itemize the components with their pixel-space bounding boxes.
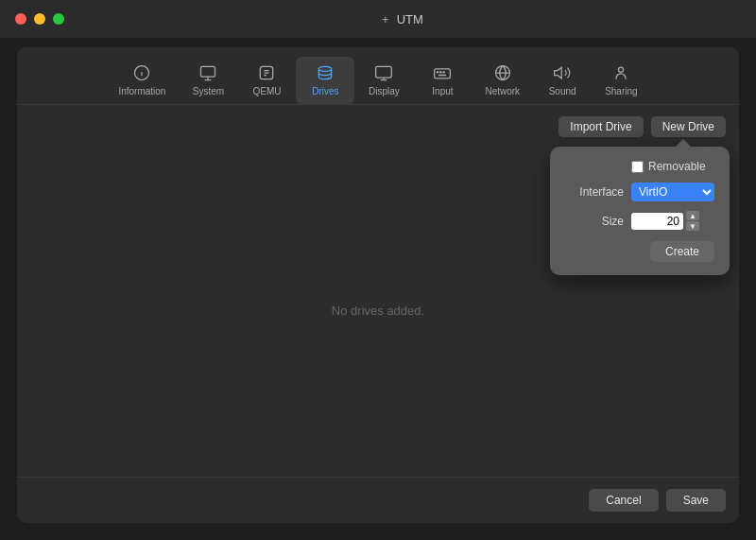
close-button[interactable]: [15, 13, 26, 25]
information-icon: [131, 62, 152, 83]
new-drive-popover: Removable Interface VirtIO IDE SCSI NVMe…: [550, 147, 730, 275]
create-row: Create: [565, 241, 714, 262]
system-icon: [198, 62, 218, 83]
svg-rect-14: [435, 69, 451, 78]
content-area: Import Drive New Drive No drives added. …: [17, 105, 739, 477]
svg-point-10: [319, 66, 332, 71]
tab-drives-label: Drives: [312, 86, 338, 96]
import-drive-button[interactable]: Import Drive: [558, 116, 643, 137]
tab-sound[interactable]: Sound: [533, 57, 592, 104]
tab-display-label: Display: [369, 86, 400, 96]
svg-marker-21: [555, 67, 562, 78]
size-label: Size: [565, 215, 624, 228]
svg-rect-3: [201, 66, 215, 77]
tab-drives[interactable]: Drives: [296, 57, 354, 104]
minimize-button[interactable]: [34, 13, 45, 25]
tab-sharing-label: Sharing: [605, 86, 637, 96]
svg-rect-11: [376, 66, 392, 78]
new-drive-button[interactable]: New Drive: [651, 116, 726, 137]
create-button[interactable]: Create: [650, 241, 714, 262]
maximize-button[interactable]: [53, 13, 64, 25]
tab-network-label: Network: [485, 86, 520, 96]
tab-sound-label: Sound: [549, 86, 576, 96]
removable-label: Removable: [648, 160, 706, 173]
tab-input-label: Input: [432, 86, 453, 96]
tab-system-label: System: [193, 86, 224, 96]
cancel-button[interactable]: Cancel: [589, 489, 658, 512]
tab-qemu-label: QEMU: [252, 86, 281, 96]
size-increment-button[interactable]: ▲: [686, 211, 699, 220]
panel: Information System: [17, 47, 739, 523]
new-icon: +: [382, 12, 389, 26]
size-stepper: ▲ ▼: [686, 211, 699, 232]
tab-qemu[interactable]: QEMU: [237, 57, 296, 104]
toolbar: Information System: [17, 47, 739, 105]
size-row: Size ▲ ▼: [565, 211, 714, 232]
main-window: Information System: [0, 38, 756, 540]
input-icon: [432, 62, 453, 83]
sound-icon: [552, 62, 573, 83]
interface-select[interactable]: VirtIO IDE SCSI NVMe: [631, 183, 714, 201]
interface-label: Interface: [565, 185, 624, 199]
footer: Cancel Save: [17, 477, 739, 523]
tab-display[interactable]: Display: [354, 57, 413, 104]
drives-icon: [315, 62, 335, 83]
svg-point-2: [142, 69, 143, 70]
qemu-icon: [256, 62, 277, 83]
drives-action-bar: Import Drive New Drive: [17, 105, 739, 145]
removable-row: Removable: [565, 160, 714, 173]
tab-system[interactable]: System: [179, 57, 237, 104]
removable-checkbox[interactable]: [631, 161, 644, 173]
save-button[interactable]: Save: [666, 489, 726, 512]
size-decrement-button[interactable]: ▼: [686, 221, 699, 231]
tab-information-label: Information: [118, 86, 165, 96]
tab-input[interactable]: Input: [413, 57, 472, 104]
no-drives-text: No drives added.: [332, 304, 424, 318]
tab-sharing[interactable]: Sharing: [592, 57, 650, 104]
sharing-icon: [610, 62, 631, 83]
window-title: +UTM: [64, 12, 741, 26]
tab-information[interactable]: Information: [105, 57, 179, 104]
network-icon: [492, 62, 513, 83]
interface-row: Interface VirtIO IDE SCSI NVMe: [565, 183, 714, 201]
svg-point-22: [619, 67, 624, 72]
title-bar: +UTM: [0, 0, 756, 38]
size-input[interactable]: [631, 213, 683, 230]
tab-network[interactable]: Network: [472, 57, 533, 104]
traffic-lights: [15, 13, 64, 25]
display-icon: [373, 62, 394, 83]
